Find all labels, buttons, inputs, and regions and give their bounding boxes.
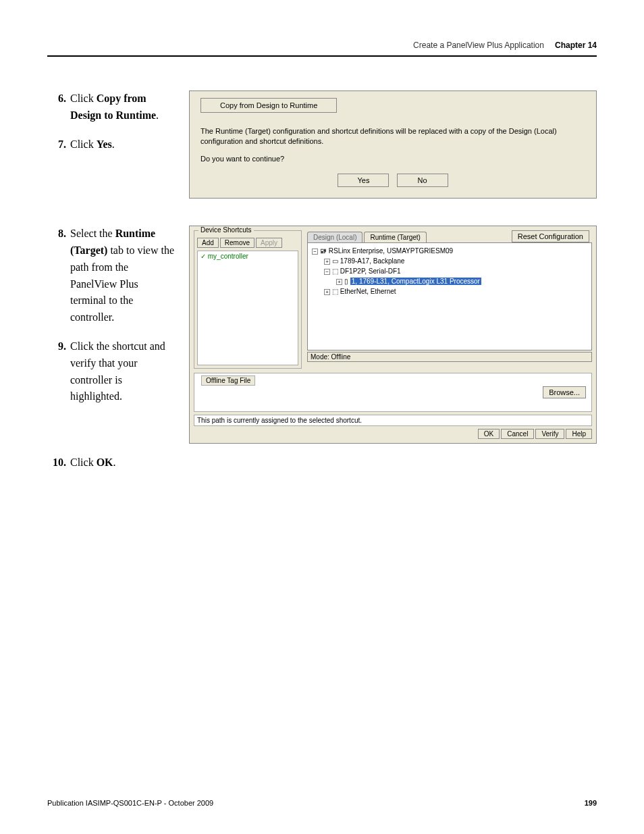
chapter-label: Chapter 14 <box>555 41 597 50</box>
breadcrumb: Create a PanelView Plus Application <box>413 41 544 50</box>
offline-tag-file-panel: Offline Tag File Browse... <box>194 373 592 412</box>
step-10: 10. Click OK. <box>47 454 176 471</box>
selected-processor[interactable]: 1, 1769-L31, CompactLogix L31 Processor <box>350 278 481 285</box>
publication-info: Publication IASIMP-QS001C-EN-P - October… <box>47 799 213 807</box>
no-button[interactable]: No <box>397 174 448 187</box>
browse-button[interactable]: Browse... <box>543 386 586 398</box>
mode-status: Mode: Offline <box>307 352 592 362</box>
help-button[interactable]: Help <box>566 429 592 439</box>
step-9: 9. Click the shortcut and verify that yo… <box>47 338 176 405</box>
ok-button[interactable]: OK <box>478 429 500 439</box>
tab-design-local[interactable]: Design (Local) <box>307 232 363 242</box>
page-number: 199 <box>585 799 597 807</box>
shortcut-item[interactable]: ✓ my_controller <box>200 253 248 260</box>
confirm-dialog: Copy from Design to Runtime The Runtime … <box>189 90 597 199</box>
page-header: Create a PanelView Plus Application Chap… <box>47 41 597 57</box>
yes-button[interactable]: Yes <box>338 174 389 187</box>
path-assignment-message: This path is currently assigned to the s… <box>194 415 592 426</box>
shortcuts-legend: Device Shortcuts <box>198 226 254 234</box>
verify-button[interactable]: Verify <box>535 429 564 439</box>
tab-runtime-target[interactable]: Runtime (Target) <box>364 232 426 242</box>
step-7: 7. Click Yes. <box>47 136 176 153</box>
add-button[interactable]: Add <box>197 238 219 248</box>
page-footer: Publication IASIMP-QS001C-EN-P - October… <box>47 799 597 807</box>
apply-button[interactable]: Apply <box>256 238 282 248</box>
step-6: 6. Click Copy from Design to Runtime. <box>47 90 176 124</box>
offline-tag-file-label: Offline Tag File <box>201 375 255 386</box>
shortcut-list[interactable]: ✓ my_controller <box>197 251 298 365</box>
shortcut-config-dialog: Device Shortcuts Add Remove Apply ✓ my_c… <box>189 226 597 444</box>
device-shortcuts-panel: Device Shortcuts Add Remove Apply ✓ my_c… <box>194 230 302 369</box>
reset-configuration-button[interactable]: Reset Configuration <box>512 230 589 242</box>
dialog-message-1: The Runtime (Target) configuration and s… <box>200 126 585 147</box>
remove-button[interactable]: Remove <box>220 238 254 248</box>
copy-design-runtime-button[interactable]: Copy from Design to Runtime <box>200 98 337 113</box>
cancel-button[interactable]: Cancel <box>501 429 534 439</box>
step-8: 8. Select the Runtime (Target) tab to vi… <box>47 226 176 326</box>
device-tree[interactable]: −🖳 RSLinx Enterprise, USMAYPTGRIESM09 +▭… <box>307 242 592 350</box>
dialog-message-2: Do you want to continue? <box>200 154 585 164</box>
